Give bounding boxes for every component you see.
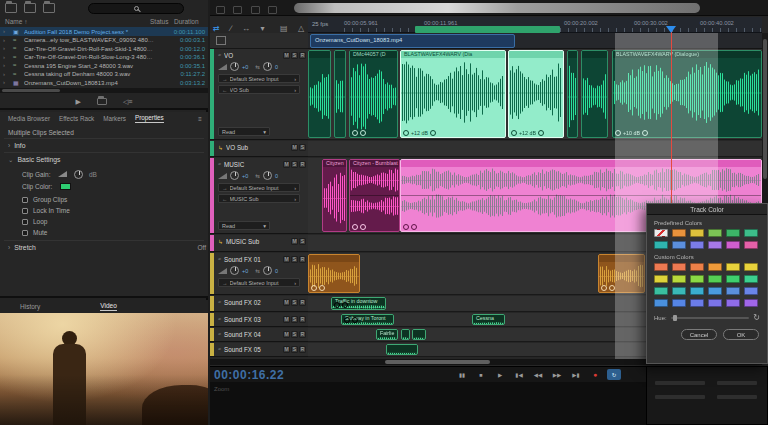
audio-clip[interactable]	[386, 344, 418, 355]
mute-button[interactable]: M	[283, 52, 290, 59]
session-timecode[interactable]: 00:00:16.22	[214, 368, 284, 382]
checkbox-icon[interactable]	[22, 208, 28, 214]
metronome-icon[interactable]: △	[298, 24, 304, 33]
custom-swatch-11[interactable]	[726, 275, 740, 283]
column-header-name[interactable]: Name ↑	[5, 18, 27, 25]
razor-tool-icon[interactable]: ∕	[230, 24, 231, 33]
audio-clip[interactable]	[412, 329, 426, 340]
checkbox-loop[interactable]: Loop	[22, 218, 230, 225]
tab-properties[interactable]: Properties	[135, 114, 164, 123]
volume-knob[interactable]	[230, 171, 239, 180]
predefined-swatch-9[interactable]	[690, 241, 704, 249]
custom-swatch-8[interactable]	[672, 275, 686, 283]
move-previous-button[interactable]: ▮◀	[512, 369, 526, 380]
track-color-strip[interactable]	[210, 313, 214, 326]
marker-tool-icon[interactable]: ▾	[260, 24, 264, 33]
toolbar-icon-1[interactable]	[216, 6, 225, 14]
audio-clip[interactable]: Traffic in downtow	[331, 297, 386, 310]
track-name[interactable]: VO	[224, 52, 281, 59]
checkbox-icon[interactable]	[22, 219, 28, 225]
custom-swatch-23[interactable]	[726, 299, 740, 307]
arm-button[interactable]: R	[299, 299, 306, 306]
column-header-duration[interactable]: Duration	[174, 18, 199, 25]
track-name[interactable]: Sound FX 02	[224, 299, 281, 306]
audio-clip[interactable]	[581, 50, 608, 138]
custom-swatch-6[interactable]	[744, 263, 758, 271]
move-next-button[interactable]: ▶▮	[569, 369, 583, 380]
mute-button[interactable]: M	[283, 331, 290, 338]
track-input-select[interactable]: →Default Stereo Input›	[218, 183, 300, 192]
custom-swatch-7[interactable]	[654, 275, 668, 283]
audio-clip[interactable]: Fairlie	[376, 329, 398, 340]
automation-mode-select[interactable]: Read▾	[218, 221, 270, 230]
hue-slider[interactable]	[671, 317, 750, 319]
gain-ramp-icon[interactable]	[58, 171, 67, 177]
solo-button[interactable]: S	[299, 144, 306, 151]
disclosure-icon[interactable]: ›	[3, 28, 5, 34]
stretch-section-header[interactable]: ›Stretch Off	[8, 244, 216, 251]
range-marker-bar[interactable]	[415, 26, 560, 33]
rewind-button[interactable]: ◀◀	[531, 369, 545, 380]
arm-button[interactable]: R	[299, 346, 306, 353]
audio-clip[interactable]: Cityzen	[322, 159, 347, 232]
track-name[interactable]: MUSIC Sub	[226, 238, 289, 245]
loop-button[interactable]: ↻	[607, 369, 621, 380]
audio-clip[interactable]: DMc44057 (D	[349, 50, 398, 138]
custom-swatch-18[interactable]	[744, 287, 758, 295]
track-color-strip[interactable]	[210, 49, 214, 139]
keyframe-dot-icon[interactable]	[403, 130, 409, 136]
track-color-strip[interactable]	[210, 343, 214, 356]
custom-swatch-12[interactable]	[744, 275, 758, 283]
file-row[interactable]: ›≈Car-Tire-Off-Gravel-Dirt-Roll-Slow-Lon…	[0, 53, 208, 62]
custom-swatch-9[interactable]	[690, 275, 704, 283]
disclosure-icon[interactable]: ›	[3, 54, 5, 60]
keyframe-dot-icon[interactable]	[344, 317, 350, 323]
solo-button[interactable]: S	[299, 238, 306, 245]
custom-swatch-24[interactable]	[744, 299, 758, 307]
move-tool-icon[interactable]: ⇄	[213, 24, 220, 33]
mute-button[interactable]: M	[291, 144, 298, 151]
audio-clip[interactable]	[308, 254, 360, 293]
audio-clip[interactable]: Subway in Toront	[341, 314, 394, 325]
toolbar-icon-2[interactable]	[233, 6, 242, 14]
hue-reset-icon[interactable]: ↻	[753, 313, 760, 322]
mute-button[interactable]: M	[283, 346, 290, 353]
basic-settings-header[interactable]: ⌄Basic Settings	[8, 156, 216, 164]
track-color-strip[interactable]	[210, 158, 214, 233]
custom-swatch-10[interactable]	[708, 275, 722, 283]
ok-button[interactable]: OK	[723, 329, 759, 340]
clip-gain-knob[interactable]	[74, 170, 83, 179]
play-button[interactable]: ▶	[493, 369, 507, 380]
custom-swatch-1[interactable]	[654, 263, 668, 271]
custom-swatch-13[interactable]	[654, 287, 668, 295]
track-name[interactable]: Sound FX 05	[224, 346, 281, 353]
tab-history[interactable]: History	[20, 303, 40, 310]
keyframe-dot-icon[interactable]	[360, 224, 366, 230]
keyframe-dot-icon[interactable]	[311, 285, 317, 291]
auto-play-folder-icon[interactable]	[97, 98, 107, 105]
predefined-swatch-7[interactable]	[654, 241, 668, 249]
custom-swatch-16[interactable]	[708, 287, 722, 295]
checkbox-icon[interactable]	[22, 230, 28, 236]
panel-menu-icon[interactable]: ≡	[198, 115, 202, 122]
record-button[interactable]: ●	[588, 369, 602, 380]
disclosure-icon[interactable]: ›	[3, 62, 5, 68]
pause-button[interactable]: ▮▮	[455, 369, 469, 380]
mute-button[interactable]: M	[283, 161, 290, 168]
track-name[interactable]: MUSIC	[224, 161, 281, 168]
file-row[interactable]: ›≈Car-Tire-Off-Gravel-Dirt-Roll-Fast-Ski…	[0, 44, 208, 53]
keyframe-dot-icon[interactable]	[411, 224, 417, 230]
timeline-ruler[interactable]: 25 fps 00:00:05.96100:00:11.96100:00:20.…	[308, 17, 762, 33]
toolbar-icon-4[interactable]	[268, 6, 277, 14]
tab-video[interactable]: Video	[100, 302, 117, 311]
media-browser-icon[interactable]	[43, 3, 55, 13]
file-row[interactable]: ›▦Onzemans_CutDown_180813.mp40:03:13.2	[0, 78, 208, 87]
keyframe-dot-icon[interactable]	[352, 130, 358, 136]
disclosure-icon[interactable]: ›	[3, 37, 5, 43]
pan-knob[interactable]	[263, 266, 272, 275]
keyframe-dot-icon[interactable]	[430, 130, 436, 136]
clip-color-swatch[interactable]	[60, 183, 71, 190]
custom-swatch-22[interactable]	[708, 299, 722, 307]
custom-swatch-3[interactable]	[690, 263, 704, 271]
checkbox-lock-in-time[interactable]: Lock In Time	[22, 207, 230, 214]
